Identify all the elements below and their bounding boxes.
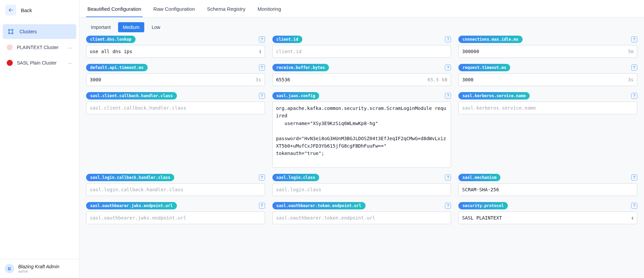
field-key-pill: sasl.jaas.config: [272, 92, 319, 100]
field-input[interactable]: [90, 184, 261, 196]
field-key-pill: default.api.timeout.ms: [86, 64, 148, 71]
help-icon[interactable]: ?: [445, 203, 451, 209]
field-head: connections.max.idle.ms?: [458, 36, 637, 43]
field-key-pill: client.id: [272, 36, 302, 43]
chevron-up-icon: ︿: [68, 45, 72, 50]
help-icon[interactable]: ?: [631, 36, 637, 42]
cluster-label: SASL Plain Cluster: [17, 60, 64, 66]
tab-monitoring[interactable]: Monitoring: [256, 0, 282, 17]
field-input[interactable]: [276, 74, 425, 86]
avatar[interactable]: B: [5, 264, 14, 273]
field-input-wrap: 65.5 kB: [272, 73, 451, 86]
config-field: sasl.mechanism?: [458, 174, 637, 196]
subtabs: Important Medium Low: [79, 17, 644, 36]
help-icon[interactable]: ?: [445, 174, 451, 181]
back-button[interactable]: Back: [0, 0, 79, 22]
help-icon[interactable]: ?: [259, 174, 265, 181]
field-key-pill: sasl.oauthbearer.token.endpoint.url: [272, 202, 366, 209]
fields-grid: client.dns.lookup?▴▾client.id?connection…: [86, 36, 637, 224]
field-input[interactable]: [276, 184, 448, 196]
field-input-wrap: [272, 45, 451, 58]
help-icon[interactable]: ?: [631, 174, 637, 181]
cluster-label: PLAINTEXT Cluster: [17, 45, 64, 50]
config-field: sasl.client.callback.handler.class?: [86, 92, 265, 168]
field-key-pill: security.protocol: [458, 202, 508, 209]
help-icon[interactable]: ?: [631, 203, 637, 209]
chevron-updown-icon: ▴▾: [259, 49, 261, 53]
field-head: request.timeout.ms?: [458, 64, 637, 71]
field-head: sasl.mechanism?: [458, 174, 637, 181]
field-input[interactable]: [276, 45, 448, 57]
field-head: sasl.login.class?: [272, 174, 451, 181]
sidebar-item-clusters[interactable]: Clusters: [3, 24, 76, 39]
tab-beautified-configuration[interactable]: Beautified Configuration: [86, 0, 143, 17]
tab-raw-configuration[interactable]: Raw Configuration: [152, 0, 196, 17]
sidebar-cluster-plaintext[interactable]: PLAINTEXT Cluster ︿: [3, 40, 76, 54]
sidebar-cluster-sasl[interactable]: SASL Plain Cluster ︿: [3, 56, 76, 70]
field-suffix: 65.5 kB: [427, 77, 447, 82]
help-icon[interactable]: ?: [259, 203, 265, 209]
config-field: client.id?: [272, 36, 451, 58]
subtab-low[interactable]: Low: [147, 22, 165, 32]
config-field: receive.buffer.bytes?65.5 kB: [272, 64, 451, 86]
subtab-medium[interactable]: Medium: [118, 22, 144, 32]
config-field: sasl.oauthbearer.token.endpoint.url?: [272, 202, 451, 224]
help-icon[interactable]: ?: [259, 65, 265, 71]
field-input-wrap: ▴▾: [458, 211, 637, 224]
back-arrow-icon: [5, 5, 16, 15]
subtab-important[interactable]: Important: [86, 22, 115, 32]
field-key-pill: receive.buffer.bytes: [272, 64, 329, 71]
help-icon[interactable]: ?: [259, 36, 265, 42]
field-input[interactable]: [462, 74, 625, 86]
field-input[interactable]: [90, 102, 261, 114]
clusters-icon: [7, 28, 15, 36]
field-head: sasl.jaas.config?: [272, 92, 451, 100]
field-suffix: 5m: [628, 49, 634, 54]
back-label: Back: [21, 7, 32, 13]
help-icon[interactable]: ?: [631, 65, 637, 71]
user-name: Blazing Kraft Admin: [18, 264, 59, 269]
chevron-up-icon: ︿: [68, 60, 72, 66]
config-field: sasl.kerberos.service.name?: [458, 92, 637, 168]
field-input-wrap: [458, 102, 637, 114]
field-key-pill: client.dns.lookup: [86, 36, 136, 43]
field-input[interactable]: [462, 184, 634, 196]
field-input[interactable]: [90, 212, 261, 224]
field-input[interactable]: [462, 102, 634, 114]
user-block: Blazing Kraft Admin admin: [18, 264, 59, 273]
status-dot-icon: [7, 60, 13, 66]
user-sub: admin: [18, 269, 59, 273]
field-suffix: 3s: [628, 77, 634, 82]
sidebar: Back Clusters PLAINTEXT Cluster ︿ SASL P…: [0, 0, 79, 278]
help-icon[interactable]: ?: [445, 93, 451, 99]
field-select[interactable]: [90, 45, 257, 57]
help-icon[interactable]: ?: [445, 65, 451, 71]
tab-schema-registry[interactable]: Schema Registry: [206, 0, 247, 17]
nav: Clusters PLAINTEXT Cluster ︿ SASL Plain …: [0, 22, 79, 73]
field-key-pill: sasl.login.callback.handler.class: [86, 174, 174, 181]
field-input[interactable]: [276, 212, 448, 224]
help-icon[interactable]: ?: [631, 93, 637, 99]
field-key-pill: sasl.login.class: [272, 174, 319, 181]
field-input-wrap: [458, 183, 637, 196]
field-select[interactable]: [462, 212, 630, 224]
field-input-wrap: 3s: [86, 73, 265, 86]
field-input[interactable]: [462, 45, 625, 57]
help-icon[interactable]: ?: [445, 36, 451, 42]
help-icon[interactable]: ?: [259, 93, 265, 99]
field-input[interactable]: [90, 74, 253, 86]
config-field: default.api.timeout.ms?3s: [86, 64, 265, 86]
field-input-wrap: [86, 211, 265, 224]
field-head: sasl.client.callback.handler.class?: [86, 92, 265, 100]
field-input-wrap: [86, 183, 265, 196]
chevron-updown-icon: ▴▾: [632, 216, 634, 220]
config-field: security.protocol?▴▾: [458, 202, 637, 224]
field-head: security.protocol?: [458, 202, 637, 209]
field-textarea[interactable]: [276, 102, 448, 167]
config-field: sasl.login.class?: [272, 174, 451, 196]
field-key-pill: sasl.client.callback.handler.class: [86, 92, 177, 100]
field-head: client.id?: [272, 36, 451, 43]
field-key-pill: connections.max.idle.ms: [458, 36, 522, 43]
field-input-wrap: [272, 102, 451, 168]
field-head: sasl.oauthbearer.token.endpoint.url?: [272, 202, 451, 209]
